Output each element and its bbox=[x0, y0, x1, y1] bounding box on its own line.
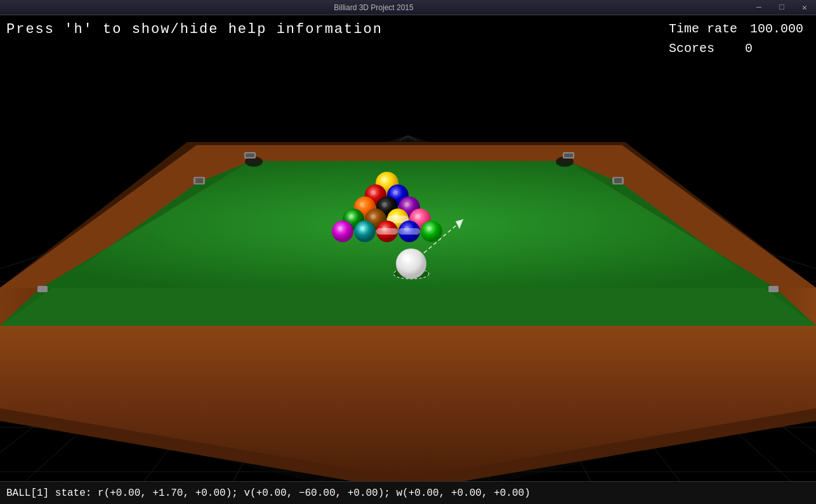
svg-point-59 bbox=[371, 190, 376, 195]
svg-marker-40 bbox=[0, 288, 816, 326]
svg-point-79 bbox=[338, 226, 343, 231]
svg-rect-54 bbox=[768, 286, 779, 292]
time-rate-value: 100.000 bbox=[750, 22, 803, 36]
svg-point-92 bbox=[402, 254, 411, 262]
svg-rect-50 bbox=[246, 153, 254, 157]
svg-rect-46 bbox=[195, 178, 203, 183]
window-controls[interactable]: — □ ✕ bbox=[747, 0, 816, 15]
svg-point-88 bbox=[421, 221, 442, 242]
time-rate-label: Time rate bbox=[669, 22, 737, 36]
game-area: Press 'h' to show/hide help information … bbox=[0, 15, 816, 504]
scores-value: 0 bbox=[745, 41, 753, 56]
game-scene bbox=[0, 15, 816, 504]
svg-point-87 bbox=[404, 226, 409, 231]
svg-point-67 bbox=[404, 202, 409, 207]
hud-stats: Time rate 100.000 Scores 0 bbox=[669, 22, 803, 61]
svg-point-61 bbox=[393, 190, 398, 195]
svg-point-78 bbox=[332, 221, 353, 242]
close-btn[interactable]: ✕ bbox=[793, 0, 816, 15]
maximize-btn[interactable]: □ bbox=[770, 0, 793, 15]
svg-point-89 bbox=[426, 226, 431, 231]
svg-rect-86 bbox=[398, 228, 420, 235]
minimize-btn[interactable]: — bbox=[747, 0, 770, 15]
ball-state-text: BALL[1] state: r(+0.00, +1.70, +0.00); v… bbox=[6, 488, 530, 499]
svg-rect-48 bbox=[614, 178, 622, 183]
svg-point-75 bbox=[393, 214, 398, 219]
svg-point-77 bbox=[415, 214, 420, 219]
svg-point-84 bbox=[382, 226, 387, 231]
svg-point-63 bbox=[360, 202, 365, 207]
svg-rect-53 bbox=[37, 286, 48, 292]
status-bar: BALL[1] state: r(+0.00, +1.70, +0.00); v… bbox=[0, 481, 816, 504]
svg-point-69 bbox=[348, 214, 353, 219]
svg-point-65 bbox=[382, 202, 387, 207]
title-bar-label: Billiard 3D Project 2015 bbox=[0, 3, 747, 12]
svg-point-57 bbox=[381, 177, 387, 183]
svg-point-91 bbox=[396, 249, 426, 279]
svg-point-71 bbox=[371, 214, 376, 219]
help-text: Press 'h' to show/hide help information bbox=[6, 22, 383, 37]
svg-rect-83 bbox=[376, 228, 398, 235]
svg-rect-52 bbox=[564, 153, 573, 157]
svg-point-81 bbox=[360, 226, 365, 231]
svg-point-80 bbox=[354, 221, 376, 242]
scores-label: Scores bbox=[669, 41, 732, 56]
